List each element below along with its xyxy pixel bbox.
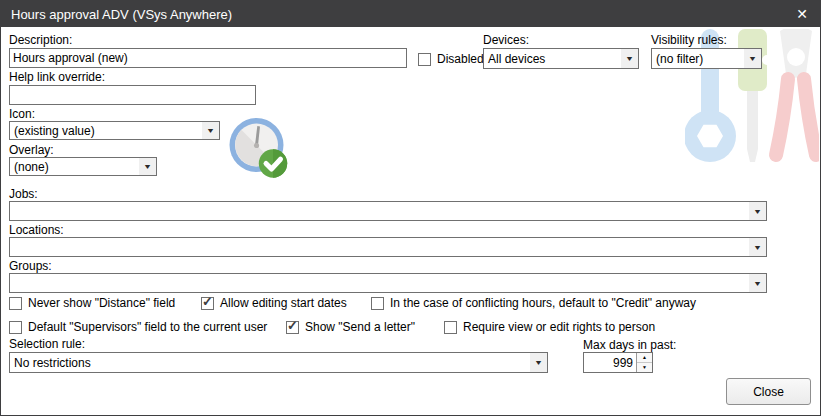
selection-rule-selected-value: No restrictions [10, 353, 530, 372]
checkbox-box[interactable]: ✓ [201, 297, 214, 310]
checkmark-icon: ✓ [202, 294, 213, 309]
checkmark-icon: ✓ [287, 318, 298, 333]
chevron-down-glyph: ▼ [753, 208, 762, 215]
description-input[interactable] [9, 48, 407, 68]
chevron-down-glyph: ▼ [625, 55, 634, 62]
chevron-down-glyph: ▼ [753, 280, 762, 287]
overlay-selected-value: (none) [10, 158, 139, 175]
checkbox-allow-editing-start-dates[interactable]: ✓ Allow editing start dates [201, 296, 347, 310]
close-icon[interactable]: ✕ [796, 7, 808, 21]
visibility-rules-label: Visibility rules: [651, 33, 727, 47]
visibility-rules-selected-value: (no filter) [652, 49, 744, 68]
chevron-down-icon[interactable]: ▼ [749, 274, 766, 292]
spinner-down-icon[interactable]: ▼ [637, 363, 652, 372]
icon-select[interactable]: (existing value) ▼ [9, 121, 220, 140]
icon-selected-value: (existing value) [10, 122, 202, 139]
chevron-down-icon[interactable]: ▼ [530, 353, 547, 372]
chevron-down-icon[interactable]: ▼ [744, 49, 761, 68]
checkbox-label: Never show "Distance" field [28, 296, 175, 310]
checkbox-box[interactable]: ✓ [9, 321, 22, 334]
checkbox-label: Require view or edit rights to person [463, 320, 655, 334]
spinner-up-icon[interactable]: ▲ [637, 353, 652, 363]
chevron-down-glyph: ▼ [748, 55, 757, 62]
locations-label: Locations: [9, 223, 64, 237]
hours-approval-dialog: Hours approval ADV (VSys Anywhere) ✕ Des… [0, 0, 821, 416]
groups-select[interactable]: ▼ [9, 273, 767, 293]
spinner-buttons[interactable]: ▲ ▼ [636, 353, 652, 372]
description-label: Description: [9, 33, 72, 47]
chevron-down-icon[interactable]: ▼ [621, 49, 638, 68]
checkbox-box[interactable]: ✓ [9, 297, 22, 310]
chevron-down-glyph: ▼ [206, 127, 215, 134]
selection-rule-select[interactable]: No restrictions ▼ [9, 352, 548, 373]
groups-label: Groups: [9, 259, 52, 273]
checkbox-default-supervisors[interactable]: ✓ Default "Supervisors" field to the cur… [9, 320, 267, 334]
clock-check-icon [229, 117, 293, 183]
checkbox-never-show-distance[interactable]: ✓ Never show "Distance" field [9, 296, 175, 310]
help-link-override-input[interactable] [9, 85, 256, 105]
disabled-checkbox-box[interactable]: ✓ [418, 53, 431, 66]
groups-selected-value [10, 274, 749, 292]
disabled-checkbox-label: Disabled [437, 52, 484, 66]
titlebar: Hours approval ADV (VSys Anywhere) ✕ [1, 1, 820, 27]
checkbox-box[interactable]: ✓ [444, 321, 457, 334]
jobs-label: Jobs: [9, 187, 38, 201]
checkbox-box[interactable]: ✓ [286, 321, 299, 334]
help-link-override-label: Help link override: [9, 70, 105, 84]
checkbox-box[interactable]: ✓ [371, 297, 384, 310]
overlay-select[interactable]: (none) ▼ [9, 157, 157, 176]
checkbox-require-view-edit-rights[interactable]: ✓ Require view or edit rights to person [444, 320, 655, 334]
window-title: Hours approval ADV (VSys Anywhere) [11, 7, 796, 22]
chevron-down-icon[interactable]: ▼ [139, 158, 156, 175]
disabled-checkbox[interactable]: ✓ Disabled [418, 52, 484, 66]
checkbox-label: In the case of conflicting hours, defaul… [390, 296, 696, 310]
max-days-spinner[interactable]: ▲ ▼ [583, 352, 653, 373]
close-button[interactable]: Close [726, 378, 811, 405]
locations-selected-value [10, 238, 749, 256]
checkbox-show-send-a-letter[interactable]: ✓ Show "Send a letter" [286, 320, 415, 334]
overlay-label: Overlay: [9, 143, 54, 157]
max-days-input[interactable] [584, 353, 636, 372]
chevron-down-icon[interactable]: ▼ [749, 238, 766, 256]
icon-label: Icon: [9, 107, 35, 121]
jobs-selected-value [10, 202, 749, 220]
visibility-rules-select[interactable]: (no filter) ▼ [651, 48, 762, 69]
checkbox-label: Default "Supervisors" field to the curre… [28, 320, 267, 334]
checkbox-label: Show "Send a letter" [305, 320, 415, 334]
devices-selected-value: All devices [484, 49, 621, 68]
selection-rule-label: Selection rule: [9, 337, 85, 351]
jobs-select[interactable]: ▼ [9, 201, 767, 221]
chevron-down-glyph: ▼ [143, 163, 152, 170]
locations-select[interactable]: ▼ [9, 237, 767, 257]
chevron-down-icon[interactable]: ▼ [749, 202, 766, 220]
max-days-label: Max days in past: [583, 338, 676, 352]
devices-label: Devices: [483, 33, 529, 47]
devices-select[interactable]: All devices ▼ [483, 48, 639, 69]
chevron-down-glyph: ▼ [534, 359, 543, 366]
checkbox-label: Allow editing start dates [220, 296, 347, 310]
chevron-down-icon[interactable]: ▼ [202, 122, 219, 139]
chevron-down-glyph: ▼ [753, 244, 762, 251]
checkbox-conflicting-hours-credit[interactable]: ✓ In the case of conflicting hours, defa… [371, 296, 696, 310]
